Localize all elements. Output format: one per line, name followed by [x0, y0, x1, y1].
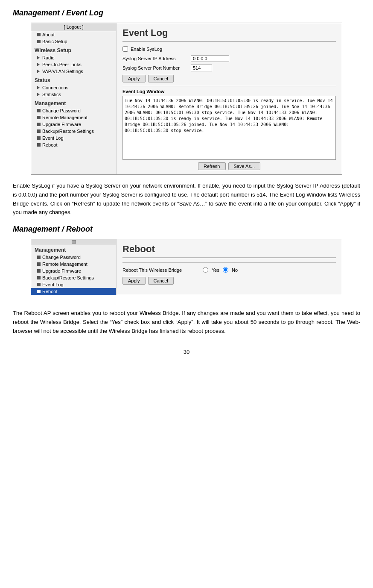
yes-label: Yes: [212, 268, 219, 273]
sidebar-item-label: Event Log: [42, 135, 64, 141]
event-log-title: Event Log: [122, 27, 336, 42]
apply-cancel-row: Apply Cancel: [122, 75, 336, 82]
sidebar-item-label: Event Log: [42, 282, 64, 287]
ip-input[interactable]: [191, 55, 229, 62]
sidebar1: [ Logout ] About Basic Setup Wireless Se…: [31, 23, 117, 174]
management-header2: Management: [31, 244, 116, 254]
enable-syslog-label: Enable SysLog: [131, 47, 162, 52]
sidebar-item-backup-restore[interactable]: Backup/Restore Settings: [31, 128, 116, 135]
port-label: Syslog Server Port Number: [122, 65, 191, 71]
reboot-yes-radio[interactable]: [203, 267, 208, 273]
save-as-button[interactable]: Save As...: [228, 162, 261, 170]
sidebar-item-label: Reboot: [42, 289, 57, 294]
sidebar-item-basic-setup[interactable]: Basic Setup: [31, 38, 116, 45]
sidebar-item-label: Remote Management: [42, 262, 87, 267]
event-log-screenshot: [ Logout ] About Basic Setup Wireless Se…: [31, 23, 342, 175]
no-label: No: [232, 268, 238, 273]
sidebar2-item-backup-restore[interactable]: Backup/Restore Settings: [31, 274, 116, 281]
reboot-apply-button[interactable]: Apply: [122, 277, 146, 285]
arrow-icon: [37, 93, 41, 96]
bullet-icon: [37, 290, 41, 293]
sidebar-item-label: Change Password: [42, 255, 81, 260]
reboot-cancel-button[interactable]: Cancel: [148, 277, 174, 285]
enable-syslog-row: Enable SysLog: [122, 46, 336, 52]
log-buttons-row: Refresh Save As...: [122, 162, 336, 170]
bullet-icon: [37, 136, 41, 140]
sidebar-item-label: Backup/Restore Settings: [42, 129, 94, 134]
sidebar-item-label: Connections: [42, 85, 68, 90]
bullet-icon: [37, 129, 41, 133]
bullet-icon: [37, 256, 41, 259]
sidebar-item-remote-management[interactable]: Remote Management: [31, 114, 116, 121]
apply-button[interactable]: Apply: [122, 75, 146, 82]
sidebar-item-label: Basic Setup: [42, 39, 67, 44]
bullet-icon: [37, 123, 41, 126]
reboot-section: Reboot This Wireless Bridge Yes No Apply…: [122, 262, 336, 285]
sidebar-item-about[interactable]: About: [31, 31, 116, 38]
bullet-icon: [37, 276, 41, 279]
sidebar-item-peer-links[interactable]: Peer-to-Peer Links: [31, 61, 116, 68]
sidebar-item-label: Statistics: [42, 92, 61, 97]
reboot-title: Reboot: [122, 244, 336, 258]
reboot-radio-row: Reboot This Wireless Bridge Yes No: [122, 267, 336, 273]
arrow-icon: [37, 70, 41, 73]
bullet-icon: [37, 116, 41, 119]
sidebar-item-label: Remote Management: [42, 115, 87, 120]
wireless-setup-header: Wireless Setup: [31, 45, 116, 54]
sidebar2-item-event-log[interactable]: Event Log: [31, 281, 116, 288]
sidebar-item-reboot[interactable]: Reboot: [31, 141, 116, 148]
event-log-section: Event Log Window Tue Nov 14 10:44:36 200…: [122, 86, 336, 170]
sidebar-item-upgrade-firmware[interactable]: Upgrade Firmware: [31, 121, 116, 128]
port-input[interactable]: [191, 65, 212, 71]
bullet-icon: [37, 262, 41, 266]
reboot-label: Reboot This Wireless Bridge: [122, 268, 199, 273]
bullet-icon: [37, 143, 41, 147]
sidebar2-item-remote-management[interactable]: Remote Management: [31, 261, 116, 268]
sidebar-item-event-log[interactable]: Event Log: [31, 135, 116, 141]
section2-heading: Management / Reboot: [13, 225, 360, 234]
logout-button[interactable]: [ Logout ]: [31, 23, 116, 31]
sidebar2-item-upgrade-firmware[interactable]: Upgrade Firmware: [31, 268, 116, 274]
sidebar-item-label: Radio: [42, 55, 55, 60]
sidebar-item-label: Upgrade Firmware: [42, 122, 81, 127]
event-log-window-label: Event Log Window: [122, 89, 336, 94]
event-log-main: Event Log Enable SysLog Syslog Server IP…: [117, 23, 342, 174]
port-row: Syslog Server Port Number: [122, 65, 336, 71]
sidebar-item-label: Backup/Restore Settings: [42, 275, 94, 280]
sidebar-item-statistics[interactable]: Statistics: [31, 91, 116, 98]
bullet-icon: [37, 109, 41, 112]
management-header: Management: [31, 98, 116, 107]
sidebar-item-vap-vlan[interactable]: VAP/VLAN Settings: [31, 68, 116, 75]
section1-heading: Management / Event Log: [13, 9, 360, 18]
event-log-description: Enable SysLog if you have a Syslog Serve…: [13, 182, 360, 217]
bullet-icon: [37, 283, 41, 286]
bullet-icon: [37, 33, 41, 36]
ip-label: Syslog Server IP Address: [122, 56, 191, 61]
sidebar-item-label: Upgrade Firmware: [42, 268, 81, 273]
logout-label: [ Logout ]: [64, 24, 84, 29]
sidebar-item-connections[interactable]: Connections: [31, 84, 116, 91]
arrow-icon: [37, 86, 41, 89]
event-log-window: Tue Nov 14 10:44:36 2006 WLAN0: 00:1B:5C…: [122, 96, 336, 160]
sidebar2-item-reboot[interactable]: Reboot: [31, 288, 116, 295]
cancel-button[interactable]: Cancel: [148, 75, 174, 82]
bullet-icon: [37, 40, 41, 43]
sidebar-item-radio[interactable]: Radio: [31, 54, 116, 61]
status-header: Status: [31, 75, 116, 84]
sidebar-item-label: Change Password: [42, 108, 81, 113]
sidebar2-item-change-password[interactable]: Change Password: [31, 254, 116, 261]
reboot-main: Reboot Reboot This Wireless Bridge Yes N…: [117, 239, 342, 295]
refresh-button[interactable]: Refresh: [198, 162, 226, 170]
page-number: 30: [13, 349, 360, 355]
reboot-description: The Reboot AP screen enables you to rebo…: [13, 309, 360, 335]
arrow-icon: [37, 63, 41, 66]
enable-syslog-checkbox[interactable]: [122, 46, 128, 52]
reboot-screenshot: Management Change Password Remote Manage…: [31, 239, 342, 295]
arrow-icon: [37, 56, 41, 59]
ip-address-row: Syslog Server IP Address: [122, 55, 336, 62]
sidebar-item-change-password[interactable]: Change Password: [31, 107, 116, 114]
reboot-no-radio[interactable]: [223, 267, 228, 273]
sidebar-item-label: VAP/VLAN Settings: [42, 69, 83, 74]
sidebar2: Management Change Password Remote Manage…: [31, 239, 117, 295]
reboot-apply-cancel-row: Apply Cancel: [122, 277, 336, 285]
